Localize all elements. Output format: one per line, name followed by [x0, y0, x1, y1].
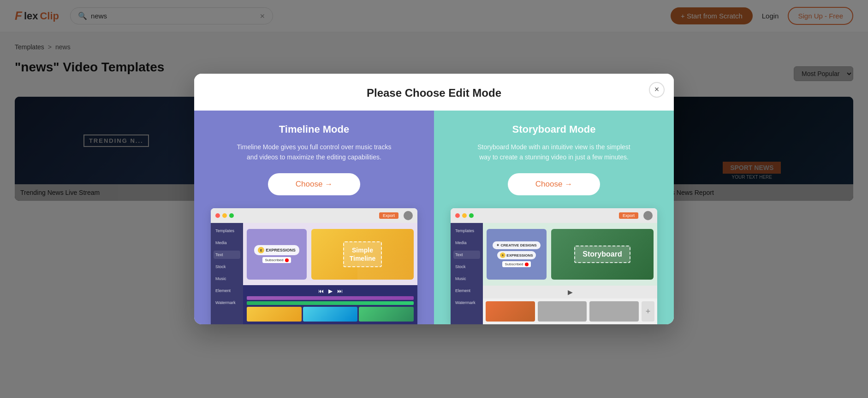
dot-green — [229, 213, 234, 218]
canvas-main: SimpleTimeline — [311, 229, 414, 280]
sidebar-stock: Stock — [453, 263, 480, 271]
modal-overlay: Please Choose Edit Mode × Timeline Mode … — [0, 0, 868, 398]
playback-controls: ⏮ ▶ ⏭ — [247, 288, 414, 294]
add-thumb-btn[interactable]: + — [642, 301, 654, 322]
canvas-text: SimpleTimeline — [343, 241, 382, 267]
track-2 — [247, 301, 414, 305]
timeline-mode-title: Timeline Mode — [279, 123, 349, 135]
canvas-area: ✦ CREATIVE DESIGNS E EXPRESSIONS Subscri… — [483, 223, 657, 286]
sidebar-watermark: Watermark — [453, 298, 480, 307]
next-btn[interactable]: ⏭ — [337, 288, 343, 294]
mockup-body: Templates Media Text Stock Music Element… — [211, 223, 417, 324]
sidebar-watermark: Watermark — [214, 298, 240, 307]
export-badge: Export — [379, 212, 398, 219]
storyboard-preview: Export Templates Media Text Stock Music … — [451, 208, 657, 324]
mockup-body: Templates Media Text Stock Music Element… — [451, 223, 657, 324]
sb-thumb-2 — [538, 301, 587, 322]
canvas-main: Storyboard — [551, 229, 654, 280]
storyboard-choose-button[interactable]: Choose → — [508, 173, 600, 195]
sb-thumb-1 — [486, 301, 535, 322]
modal-body: Timeline Mode Timeline Mode gives you fu… — [194, 111, 674, 325]
thumbnail-row — [247, 307, 414, 322]
export-badge: Export — [619, 212, 638, 219]
subscribed-badge: Subscribed — [262, 257, 291, 263]
sidebar-media: Media — [453, 239, 480, 247]
dot-yellow — [462, 213, 467, 218]
sidebar-templates: Templates — [214, 227, 240, 235]
sidebar-text: Text — [214, 251, 240, 259]
modal: Please Choose Edit Mode × Timeline Mode … — [194, 74, 674, 325]
play-btn[interactable]: ▶ — [328, 288, 333, 294]
user-avatar — [643, 211, 653, 220]
expressions-logo: E EXPRESSIONS — [254, 245, 299, 255]
titlebar: Export — [211, 208, 417, 223]
thumb-2 — [303, 307, 358, 322]
timeline-mode-desc: Timeline Mode gives you full control ove… — [236, 142, 392, 163]
subscribed-badge: Subscribed — [502, 261, 530, 267]
sidebar-music: Music — [453, 275, 480, 283]
timeline-choose-button[interactable]: Choose → — [268, 173, 360, 195]
timeline-strip: ⏮ ▶ ⏭ — [243, 285, 417, 324]
storyboard-thumbnails: + — [483, 298, 657, 324]
modal-close-button[interactable]: × — [649, 82, 665, 98]
creative-logo: ✦ CREATIVE DESIGNS — [493, 241, 540, 249]
sidebar-media: Media — [214, 239, 240, 247]
storyboard-mode-title: Storyboard Mode — [512, 123, 596, 135]
left-panel: ✦ CREATIVE DESIGNS E EXPRESSIONS Subscri… — [487, 229, 547, 280]
mockup-sidebar: Templates Media Text Stock Music Element… — [211, 223, 243, 324]
dot-red — [215, 213, 220, 218]
track-1 — [247, 296, 414, 300]
mockup-sidebar: Templates Media Text Stock Music Element… — [451, 223, 483, 324]
timeline-preview: Export Templates Media Text Stock Music … — [211, 208, 417, 324]
mockup-content: ✦ CREATIVE DESIGNS E EXPRESSIONS Subscri… — [483, 223, 657, 324]
sidebar-element: Element — [453, 287, 480, 295]
expressions-logo: E EXPRESSIONS — [497, 251, 535, 259]
thumb-3 — [359, 307, 414, 322]
sidebar-text: Text — [453, 251, 480, 259]
titlebar: Export — [451, 208, 657, 223]
left-panel: E EXPRESSIONS Subscribed — [247, 229, 307, 280]
storyboard-mode-panel: Storyboard Mode Storyboard Mode with an … — [434, 111, 674, 325]
play-indicator[interactable]: ▶ — [568, 288, 573, 296]
sidebar-element: Element — [214, 287, 240, 295]
sidebar-stock: Stock — [214, 263, 240, 271]
user-avatar — [404, 211, 413, 220]
yt-dot — [525, 263, 529, 266]
yt-dot — [285, 258, 289, 262]
dot-green — [469, 213, 474, 218]
sidebar-music: Music — [214, 275, 240, 283]
mockup-content: E EXPRESSIONS Subscribed SimpleTimeline — [243, 223, 417, 324]
prev-btn[interactable]: ⏮ — [318, 288, 324, 294]
timeline-mode-panel: Timeline Mode Timeline Mode gives you fu… — [194, 111, 434, 325]
canvas-text: Storyboard — [574, 246, 630, 263]
canvas-area: E EXPRESSIONS Subscribed SimpleTimeline — [243, 223, 417, 285]
thumb-1 — [247, 307, 302, 322]
storyboard-strip: ▶ — [483, 286, 657, 298]
storyboard-mode-desc: Storyboard Mode with an intuitive view i… — [476, 142, 632, 163]
sidebar-templates: Templates — [453, 227, 480, 235]
sb-thumb-3 — [589, 301, 639, 322]
dot-red — [455, 213, 460, 218]
modal-title: Please Choose Edit Mode — [194, 74, 674, 111]
dot-yellow — [222, 213, 227, 218]
